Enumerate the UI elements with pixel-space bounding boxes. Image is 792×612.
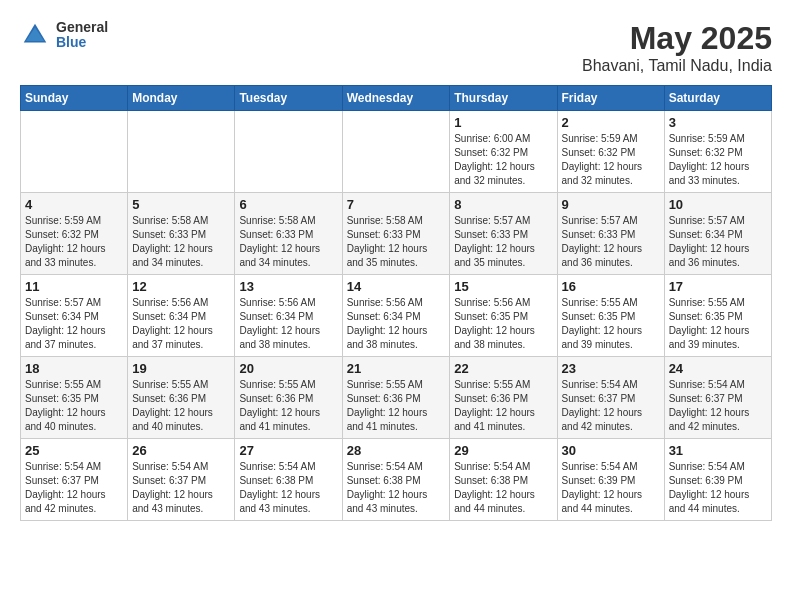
calendar-cell: 28Sunrise: 5:54 AM Sunset: 6:38 PM Dayli… [342, 439, 450, 521]
calendar-cell [128, 111, 235, 193]
day-info: Sunrise: 5:59 AM Sunset: 6:32 PM Dayligh… [669, 132, 767, 188]
day-number: 8 [454, 197, 552, 212]
day-number: 24 [669, 361, 767, 376]
header-friday: Friday [557, 86, 664, 111]
day-info: Sunrise: 5:58 AM Sunset: 6:33 PM Dayligh… [132, 214, 230, 270]
week-row-4: 18Sunrise: 5:55 AM Sunset: 6:35 PM Dayli… [21, 357, 772, 439]
calendar-cell: 15Sunrise: 5:56 AM Sunset: 6:35 PM Dayli… [450, 275, 557, 357]
calendar-cell: 20Sunrise: 5:55 AM Sunset: 6:36 PM Dayli… [235, 357, 342, 439]
day-number: 25 [25, 443, 123, 458]
day-number: 11 [25, 279, 123, 294]
header-row: SundayMondayTuesdayWednesdayThursdayFrid… [21, 86, 772, 111]
calendar-cell: 21Sunrise: 5:55 AM Sunset: 6:36 PM Dayli… [342, 357, 450, 439]
day-number: 31 [669, 443, 767, 458]
week-row-3: 11Sunrise: 5:57 AM Sunset: 6:34 PM Dayli… [21, 275, 772, 357]
day-number: 3 [669, 115, 767, 130]
logo: General Blue [20, 20, 108, 51]
calendar-cell: 27Sunrise: 5:54 AM Sunset: 6:38 PM Dayli… [235, 439, 342, 521]
day-number: 29 [454, 443, 552, 458]
page-header: General Blue May 2025 Bhavani, Tamil Nad… [20, 20, 772, 75]
day-number: 2 [562, 115, 660, 130]
day-number: 15 [454, 279, 552, 294]
week-row-1: 1Sunrise: 6:00 AM Sunset: 6:32 PM Daylig… [21, 111, 772, 193]
day-number: 6 [239, 197, 337, 212]
calendar-cell: 31Sunrise: 5:54 AM Sunset: 6:39 PM Dayli… [664, 439, 771, 521]
day-info: Sunrise: 5:54 AM Sunset: 6:37 PM Dayligh… [669, 378, 767, 434]
logo-text: General Blue [56, 20, 108, 51]
day-info: Sunrise: 5:57 AM Sunset: 6:33 PM Dayligh… [454, 214, 552, 270]
day-number: 5 [132, 197, 230, 212]
day-info: Sunrise: 5:58 AM Sunset: 6:33 PM Dayligh… [239, 214, 337, 270]
day-info: Sunrise: 5:58 AM Sunset: 6:33 PM Dayligh… [347, 214, 446, 270]
day-number: 13 [239, 279, 337, 294]
day-info: Sunrise: 5:55 AM Sunset: 6:36 PM Dayligh… [347, 378, 446, 434]
logo-icon [20, 20, 50, 50]
day-info: Sunrise: 5:54 AM Sunset: 6:37 PM Dayligh… [132, 460, 230, 516]
day-number: 12 [132, 279, 230, 294]
calendar-cell: 10Sunrise: 5:57 AM Sunset: 6:34 PM Dayli… [664, 193, 771, 275]
day-number: 16 [562, 279, 660, 294]
day-number: 17 [669, 279, 767, 294]
day-number: 14 [347, 279, 446, 294]
calendar-cell: 30Sunrise: 5:54 AM Sunset: 6:39 PM Dayli… [557, 439, 664, 521]
calendar-table: SundayMondayTuesdayWednesdayThursdayFrid… [20, 85, 772, 521]
calendar-cell: 4Sunrise: 5:59 AM Sunset: 6:32 PM Daylig… [21, 193, 128, 275]
day-info: Sunrise: 5:55 AM Sunset: 6:35 PM Dayligh… [562, 296, 660, 352]
calendar-cell: 25Sunrise: 5:54 AM Sunset: 6:37 PM Dayli… [21, 439, 128, 521]
day-number: 30 [562, 443, 660, 458]
day-number: 20 [239, 361, 337, 376]
day-info: Sunrise: 5:57 AM Sunset: 6:34 PM Dayligh… [669, 214, 767, 270]
day-number: 4 [25, 197, 123, 212]
day-number: 22 [454, 361, 552, 376]
calendar-cell: 5Sunrise: 5:58 AM Sunset: 6:33 PM Daylig… [128, 193, 235, 275]
calendar-cell: 19Sunrise: 5:55 AM Sunset: 6:36 PM Dayli… [128, 357, 235, 439]
day-number: 10 [669, 197, 767, 212]
day-info: Sunrise: 5:55 AM Sunset: 6:35 PM Dayligh… [669, 296, 767, 352]
calendar-cell: 11Sunrise: 5:57 AM Sunset: 6:34 PM Dayli… [21, 275, 128, 357]
main-title: May 2025 [582, 20, 772, 57]
title-area: May 2025 Bhavani, Tamil Nadu, India [582, 20, 772, 75]
header-sunday: Sunday [21, 86, 128, 111]
week-row-5: 25Sunrise: 5:54 AM Sunset: 6:37 PM Dayli… [21, 439, 772, 521]
day-number: 26 [132, 443, 230, 458]
calendar-cell: 9Sunrise: 5:57 AM Sunset: 6:33 PM Daylig… [557, 193, 664, 275]
day-number: 18 [25, 361, 123, 376]
day-info: Sunrise: 5:54 AM Sunset: 6:39 PM Dayligh… [562, 460, 660, 516]
calendar-cell: 23Sunrise: 5:54 AM Sunset: 6:37 PM Dayli… [557, 357, 664, 439]
calendar-header: SundayMondayTuesdayWednesdayThursdayFrid… [21, 86, 772, 111]
day-info: Sunrise: 5:54 AM Sunset: 6:39 PM Dayligh… [669, 460, 767, 516]
header-saturday: Saturday [664, 86, 771, 111]
header-tuesday: Tuesday [235, 86, 342, 111]
day-number: 9 [562, 197, 660, 212]
logo-general: General [56, 20, 108, 35]
day-number: 28 [347, 443, 446, 458]
day-info: Sunrise: 5:54 AM Sunset: 6:38 PM Dayligh… [454, 460, 552, 516]
day-info: Sunrise: 5:54 AM Sunset: 6:37 PM Dayligh… [562, 378, 660, 434]
day-info: Sunrise: 5:56 AM Sunset: 6:34 PM Dayligh… [347, 296, 446, 352]
day-number: 1 [454, 115, 552, 130]
calendar-cell: 6Sunrise: 5:58 AM Sunset: 6:33 PM Daylig… [235, 193, 342, 275]
day-number: 27 [239, 443, 337, 458]
day-number: 21 [347, 361, 446, 376]
week-row-2: 4Sunrise: 5:59 AM Sunset: 6:32 PM Daylig… [21, 193, 772, 275]
calendar-cell: 13Sunrise: 5:56 AM Sunset: 6:34 PM Dayli… [235, 275, 342, 357]
day-info: Sunrise: 5:59 AM Sunset: 6:32 PM Dayligh… [25, 214, 123, 270]
calendar-cell: 24Sunrise: 5:54 AM Sunset: 6:37 PM Dayli… [664, 357, 771, 439]
day-info: Sunrise: 5:54 AM Sunset: 6:38 PM Dayligh… [347, 460, 446, 516]
day-info: Sunrise: 5:54 AM Sunset: 6:38 PM Dayligh… [239, 460, 337, 516]
header-monday: Monday [128, 86, 235, 111]
header-wednesday: Wednesday [342, 86, 450, 111]
calendar-cell [235, 111, 342, 193]
day-info: Sunrise: 5:55 AM Sunset: 6:36 PM Dayligh… [239, 378, 337, 434]
day-info: Sunrise: 5:55 AM Sunset: 6:35 PM Dayligh… [25, 378, 123, 434]
subtitle: Bhavani, Tamil Nadu, India [582, 57, 772, 75]
calendar-cell: 22Sunrise: 5:55 AM Sunset: 6:36 PM Dayli… [450, 357, 557, 439]
logo-blue: Blue [56, 35, 108, 50]
day-info: Sunrise: 5:55 AM Sunset: 6:36 PM Dayligh… [132, 378, 230, 434]
day-info: Sunrise: 5:57 AM Sunset: 6:33 PM Dayligh… [562, 214, 660, 270]
day-info: Sunrise: 5:55 AM Sunset: 6:36 PM Dayligh… [454, 378, 552, 434]
day-number: 7 [347, 197, 446, 212]
calendar-cell: 7Sunrise: 5:58 AM Sunset: 6:33 PM Daylig… [342, 193, 450, 275]
day-info: Sunrise: 5:56 AM Sunset: 6:34 PM Dayligh… [239, 296, 337, 352]
calendar-cell [21, 111, 128, 193]
